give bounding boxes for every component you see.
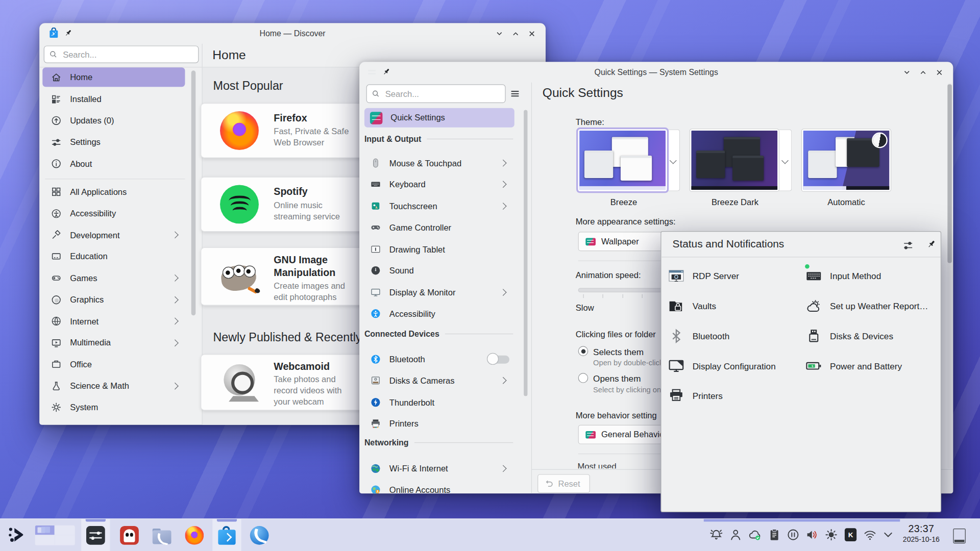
content-scrollbar-thumb[interactable]: [947, 84, 952, 263]
theme-card-automatic[interactable]: [802, 129, 891, 191]
sidebar-item-wifi-internet[interactable]: Wi-Fi & Internet: [364, 459, 514, 478]
bluetooth-toggle[interactable]: [489, 355, 509, 363]
sidebar-item-quick-settings[interactable]: Quick Settings: [364, 108, 514, 128]
sidebar-scrollbar[interactable]: [191, 70, 196, 315]
radio-selects-them[interactable]: [578, 346, 589, 356]
chevron-right-icon: [500, 465, 507, 472]
media-pause-tray-icon[interactable]: [786, 528, 800, 542]
clipboard-tray-icon[interactable]: [768, 528, 781, 542]
maximize-button[interactable]: [918, 67, 928, 78]
sidebar-item-keyboard[interactable]: Keyboard: [364, 175, 514, 194]
pager-desktop-4[interactable]: [55, 535, 75, 544]
wifi-tray-icon[interactable]: [863, 528, 877, 542]
popup-item-bluetooth[interactable]: Bluetooth: [668, 325, 729, 347]
close-button[interactable]: [527, 29, 537, 39]
theme-card-breeze[interactable]: [578, 129, 680, 191]
kate-tray-icon[interactable]: [844, 528, 857, 542]
discover-search[interactable]: [44, 45, 199, 63]
popup-item-vaults[interactable]: Vaults: [668, 295, 716, 317]
sidebar-item-sound[interactable]: Sound: [364, 261, 514, 280]
minimize-button[interactable]: [495, 29, 505, 39]
accessibility-icon: [370, 308, 381, 319]
briefcase-icon: [51, 359, 62, 370]
sidebar-item-education[interactable]: Education: [42, 247, 185, 266]
sidebar-item-development[interactable]: Development: [42, 225, 185, 244]
notifications-tray-icon[interactable]: [709, 528, 723, 542]
sidebar-item-home[interactable]: Home: [42, 67, 185, 87]
popup-item-rdp-server[interactable]: RDP Server: [668, 265, 739, 287]
task-falkon[interactable]: [245, 519, 274, 551]
pin-icon[interactable]: [926, 239, 937, 251]
sidebar-item-settings[interactable]: Settings: [42, 133, 185, 152]
radio-label: Selects them: [593, 347, 644, 357]
sidebar-item-updates[interactable]: Updates (0): [42, 111, 185, 130]
popup-item-display-configuration[interactable]: Display Configuration: [668, 356, 776, 377]
sidebar-item-system[interactable]: System: [42, 397, 185, 417]
popup-item-input-method[interactable]: Input Method: [805, 265, 881, 287]
sidebar-item-accessibility[interactable]: Accessibility: [42, 204, 185, 223]
pager-desktop-1[interactable]: [35, 525, 55, 535]
sidebar-item-display-monitor[interactable]: Display & Monitor: [364, 283, 514, 302]
app-desc: streaming service: [274, 211, 340, 222]
sidebar-item-drawing-tablet[interactable]: Drawing Tablet: [364, 240, 514, 259]
sidebar-item-mouse-touchpad[interactable]: Mouse & Touchpad: [364, 154, 514, 172]
sidebar-item-accessibility[interactable]: Accessibility: [364, 304, 514, 323]
screen-icon: [51, 251, 62, 262]
volume-tray-icon[interactable]: [805, 528, 819, 542]
pager-desktop-2[interactable]: [55, 525, 75, 535]
sidebar-item-touchscreen[interactable]: Touchscreen: [364, 197, 514, 216]
theme-dropdown-breeze[interactable]: [667, 129, 680, 191]
task-discover[interactable]: [212, 519, 241, 551]
clock-widget[interactable]: 23:37 2025-10-16: [896, 524, 946, 543]
settings-titlebar[interactable]: Quick Settings — System Settings: [359, 62, 953, 82]
sidebar-item-installed[interactable]: Installed: [42, 89, 185, 109]
sidebar-item-disks-cameras[interactable]: Disks & Cameras: [364, 371, 514, 390]
task-system-settings[interactable]: [81, 519, 110, 551]
show-desktop-button[interactable]: [953, 529, 965, 543]
clock-time: 23:37: [896, 524, 946, 534]
popup-item-disks-devices[interactable]: Disks & Devices: [805, 325, 893, 347]
sidebar-item-internet[interactable]: Internet: [42, 311, 185, 331]
sidebar-item-about[interactable]: About: [42, 154, 185, 173]
slow-label: Slow: [576, 303, 594, 312]
app-launcher-button[interactable]: [8, 525, 27, 546]
task-dolphin[interactable]: [148, 519, 176, 551]
chevron-right-icon: [172, 231, 179, 238]
sidebar-item-multimedia[interactable]: Multimedia: [42, 333, 185, 353]
popup-item-weather[interactable]: Set up Weather Report…: [805, 295, 928, 317]
sidebar-item-graphics[interactable]: Graphics: [42, 290, 185, 309]
settings-search[interactable]: [366, 84, 506, 103]
search-input[interactable]: [384, 88, 500, 99]
pager-desktop-3[interactable]: [35, 535, 55, 544]
close-button[interactable]: [935, 67, 945, 78]
popup-item-printers[interactable]: Printers: [668, 386, 723, 407]
sidebar-item-all-applications[interactable]: All Applications: [42, 182, 185, 202]
sidebar-item-game-controller[interactable]: Game Controller: [364, 218, 514, 237]
sidebar-item-science-math[interactable]: Science & Math: [42, 376, 185, 395]
theme-card-breeze-dark[interactable]: [690, 129, 792, 191]
sidebar-item-office[interactable]: Office: [42, 355, 185, 374]
minimize-button[interactable]: [902, 67, 912, 78]
reset-button[interactable]: Reset: [537, 474, 590, 493]
user-tray-icon[interactable]: [729, 528, 743, 542]
virtual-desktop-pager[interactable]: [35, 525, 75, 545]
popup-item-power-battery[interactable]: Power and Battery: [805, 356, 902, 377]
search-input[interactable]: [62, 49, 193, 60]
sidebar-item-online-accounts[interactable]: Online Accounts: [364, 481, 514, 494]
expand-tray-icon[interactable]: [881, 528, 895, 542]
sidebar-item-games[interactable]: Games: [42, 268, 185, 288]
maximize-button[interactable]: [510, 29, 521, 39]
brightness-tray-icon[interactable]: [824, 528, 838, 542]
radio-opens-them[interactable]: [578, 373, 589, 383]
discover-titlebar[interactable]: Home — Discover: [39, 23, 546, 43]
sidebar-item-thunderbolt[interactable]: Thunderbolt: [364, 393, 514, 412]
task-firefox[interactable]: [180, 519, 209, 551]
sidebar-scrollbar[interactable]: [524, 110, 527, 396]
sidebar-item-printers[interactable]: Printers: [364, 414, 514, 433]
configure-icon[interactable]: [902, 240, 914, 253]
task-ghostwriter[interactable]: [115, 519, 143, 551]
sidebar-item-bluetooth[interactable]: Bluetooth: [364, 350, 514, 369]
cloud-sync-tray-icon[interactable]: [748, 528, 762, 542]
menu-icon[interactable]: [510, 89, 520, 101]
theme-dropdown-breeze-dark[interactable]: [779, 129, 792, 191]
